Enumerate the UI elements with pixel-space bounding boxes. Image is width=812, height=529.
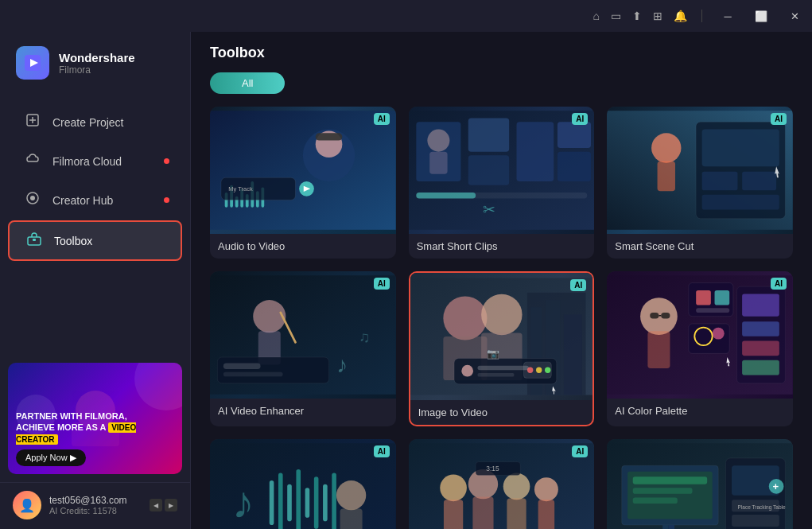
tool-card-ai-color-palette-image: AI (607, 271, 793, 399)
tool-card-ai-color-palette[interactable]: AI (607, 271, 793, 426)
tool-card-ai-video-enhancer[interactable]: AI (210, 271, 396, 426)
svg-rect-45 (742, 172, 776, 190)
svg-rect-109 (444, 500, 463, 529)
sidebar-item-create-project[interactable]: Create Project (8, 103, 182, 141)
filter-all-tab[interactable]: All (210, 72, 285, 94)
tool-card-row3-left-image: AI ♪ (210, 439, 396, 529)
tool-card-row3-right[interactable]: Place Tracking Table + (607, 439, 793, 529)
svg-rect-33 (558, 152, 591, 181)
tool-card-row3-mid[interactable]: AI (409, 439, 595, 529)
sidebar-item-filmora-cloud[interactable]: Filmora Cloud (8, 142, 182, 180)
ai-color-palette-visual (607, 271, 793, 399)
sidebar-banner[interactable]: PARTNER WITH FILMORA, ACHIEVE MORE AS A … (8, 363, 182, 474)
svg-rect-106 (340, 508, 363, 529)
grid-container: AI (191, 103, 812, 529)
svg-rect-125 (633, 497, 678, 503)
svg-point-105 (336, 480, 366, 510)
sidebar-item-toolbox[interactable]: Toolbox (8, 220, 182, 261)
svg-rect-103 (323, 484, 328, 522)
creator-hub-icon (24, 191, 41, 209)
svg-rect-107 (409, 443, 595, 529)
monitor-icon[interactable]: ▭ (611, 10, 621, 22)
ai-badge-8: AI (572, 445, 588, 457)
sidebar-item-creator-hub[interactable]: Creator Hub (8, 181, 182, 219)
tool-card-audio-to-video[interactable]: AI (210, 107, 396, 259)
tool-card-ai-video-enhancer-label: AI Video Enhancer (210, 399, 396, 423)
ai-badge-3: AI (771, 113, 787, 125)
maximize-button[interactable]: ⬜ (750, 5, 772, 27)
svg-rect-104 (332, 473, 336, 529)
svg-point-88 (713, 328, 725, 340)
app-body: Wondershare Filmora Create Project (0, 32, 812, 529)
svg-rect-79 (651, 313, 659, 318)
upload-icon[interactable]: ⬆ (632, 10, 642, 22)
tool-card-smart-short-clips[interactable]: AI (409, 107, 595, 259)
svg-rect-78 (648, 331, 670, 368)
bell-icon[interactable]: 🔔 (674, 10, 687, 22)
svg-rect-53 (223, 364, 261, 369)
svg-point-40 (651, 133, 681, 162)
user-next-button[interactable]: ▶ (165, 499, 177, 511)
svg-rect-52 (217, 357, 328, 383)
svg-rect-98 (278, 473, 283, 529)
svg-point-49 (253, 300, 286, 333)
filmora-cloud-dot (164, 158, 169, 164)
minimize-button[interactable]: ─ (717, 5, 739, 27)
create-project-icon (24, 113, 41, 131)
image-to-video-visual: 📷 (410, 273, 593, 400)
title-bar-icons: ⌂ ▭ ⬆ ⊞ 🔔 ─ ⬜ ✕ (593, 5, 806, 27)
svg-rect-92 (742, 340, 779, 356)
svg-rect-65 (564, 314, 582, 395)
svg-point-112 (503, 473, 530, 500)
grid-icon[interactable]: ⊞ (653, 10, 662, 22)
svg-point-114 (534, 477, 558, 501)
svg-rect-93 (742, 360, 779, 375)
svg-rect-85 (696, 308, 729, 313)
svg-rect-35 (429, 152, 447, 174)
svg-text:+: + (773, 480, 779, 492)
svg-rect-102 (314, 476, 319, 528)
svg-rect-91 (742, 321, 779, 336)
sidebar: Wondershare Filmora Create Project (0, 32, 191, 529)
tool-card-smart-scene-label: Smart Scene Cut (607, 234, 793, 259)
svg-rect-100 (296, 469, 301, 529)
tool-card-smart-scene-cut[interactable]: AI (607, 107, 793, 259)
tool-card-smart-short-image: AI (409, 107, 595, 234)
svg-point-71 (527, 368, 533, 373)
ai-video-enhancer-visual: ♪ ♫ (210, 271, 396, 399)
user-credits: AI Credits: 11578 (49, 506, 142, 515)
svg-rect-31 (516, 122, 554, 181)
tool-card-audio-to-video-label: Audio to Video (210, 234, 396, 259)
audio-to-video-visual: My Track (210, 107, 396, 234)
user-prev-button[interactable]: ◀ (150, 499, 162, 511)
ai-badge-5: AI (570, 279, 586, 291)
tool-card-smart-short-label: Smart Short Clips (409, 234, 595, 259)
svg-text:My Track: My Track (228, 185, 253, 193)
svg-rect-124 (633, 488, 693, 493)
tool-card-row3-left[interactable]: AI ♪ (210, 439, 396, 529)
svg-rect-69 (477, 373, 514, 377)
svg-rect-113 (507, 498, 526, 529)
home-icon[interactable]: ⌂ (593, 10, 600, 22)
user-area[interactable]: 👤 test056@163.com AI Credits: 11578 ◀ ▶ (0, 482, 190, 529)
svg-text:♪: ♪ (336, 352, 348, 377)
filmora-cloud-icon (24, 152, 41, 170)
svg-rect-14 (316, 133, 343, 140)
svg-rect-38 (416, 193, 476, 198)
banner-content: PARTNER WITH FILMORA, ACHIEVE MORE AS A … (16, 410, 174, 466)
svg-rect-8 (33, 239, 36, 241)
svg-rect-99 (287, 484, 292, 522)
svg-point-73 (545, 368, 550, 373)
tools-grid: AI (210, 107, 793, 529)
user-info: test056@163.com AI Credits: 11578 (49, 495, 142, 515)
svg-point-34 (427, 130, 449, 152)
ai-badge-4: AI (374, 278, 390, 290)
svg-text:✂: ✂ (483, 201, 495, 218)
banner-apply-button[interactable]: Apply Now ▶ (16, 449, 86, 466)
filmora-logo-svg (22, 53, 43, 73)
svg-point-77 (640, 298, 678, 335)
svg-point-67 (461, 365, 473, 377)
close-button[interactable]: ✕ (783, 5, 806, 27)
user-email: test056@163.com (49, 495, 142, 506)
tool-card-image-to-video[interactable]: AI (409, 271, 595, 426)
